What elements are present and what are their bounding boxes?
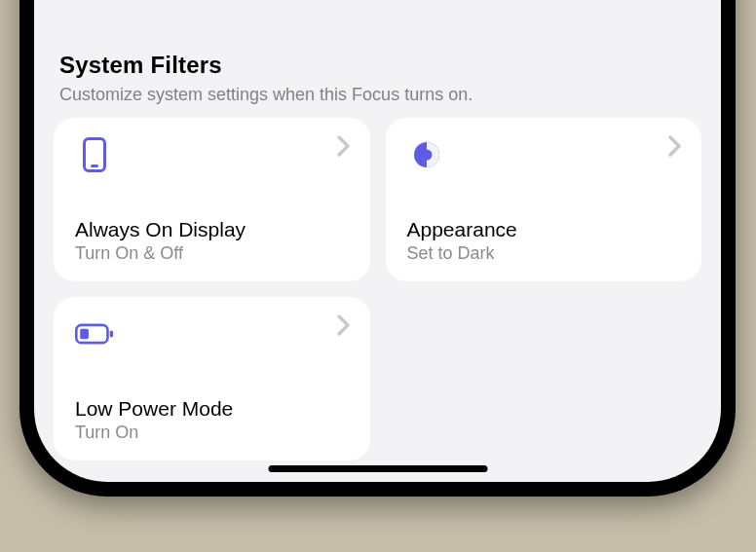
section-subtitle: Customize system settings when this Focu… <box>59 83 696 106</box>
half-moon-icon <box>407 135 446 174</box>
filter-card-always-on-display[interactable]: Always On Display Turn On & Off <box>54 118 370 281</box>
filter-cards: Always On Display Turn On & Off <box>54 118 701 460</box>
chevron-right-icon <box>337 135 351 161</box>
svg-rect-6 <box>110 331 113 338</box>
svg-point-3 <box>421 150 432 161</box>
phone-screen: System Filters Customize system settings… <box>34 0 721 482</box>
filter-card-low-power-mode[interactable]: Low Power Mode Turn On <box>54 297 370 460</box>
filter-card-appearance[interactable]: Appearance Set to Dark <box>386 118 702 281</box>
battery-icon <box>75 314 114 353</box>
chevron-right-icon <box>337 314 351 340</box>
home-indicator[interactable] <box>268 465 487 472</box>
svg-rect-5 <box>80 329 89 339</box>
svg-rect-1 <box>91 165 98 167</box>
filter-card-detail: Turn On & Off <box>75 243 351 264</box>
filter-card-detail: Set to Dark <box>407 243 683 264</box>
filter-card-title: Low Power Mode <box>75 397 351 421</box>
filter-card-title: Always On Display <box>75 218 351 241</box>
filter-card-title: Appearance <box>407 218 683 241</box>
section-header: System Filters Customize system settings… <box>54 52 701 118</box>
section-title: System Filters <box>59 52 696 79</box>
chevron-right-icon <box>668 135 682 161</box>
filter-card-detail: Turn On <box>75 423 351 443</box>
phone-frame: System Filters Customize system settings… <box>19 0 736 497</box>
phone-icon <box>75 135 114 174</box>
